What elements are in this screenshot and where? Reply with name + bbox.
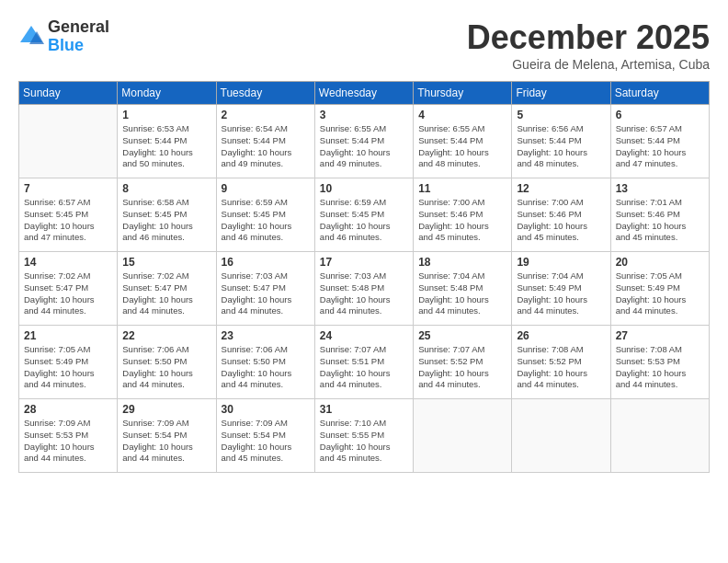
day-number: 25 — [418, 329, 506, 342]
day-number: 16 — [222, 256, 310, 269]
weekday-header: Monday — [118, 82, 216, 105]
calendar-day-cell — [414, 399, 512, 473]
day-info: Sunrise: 7:02 AMSunset: 5:47 PMDaylight:… — [122, 270, 210, 317]
day-number: 27 — [616, 329, 704, 342]
day-info: Sunrise: 6:59 AMSunset: 5:45 PMDaylight:… — [320, 197, 408, 244]
weekday-header: Saturday — [610, 82, 709, 105]
day-number: 2 — [222, 109, 310, 121]
day-number: 14 — [24, 256, 112, 269]
title-block: December 2025 Gueira de Melena, Artemisa… — [467, 18, 710, 72]
day-info: Sunrise: 7:01 AMSunset: 5:46 PMDaylight:… — [616, 197, 704, 244]
calendar-day-cell: 1Sunrise: 6:53 AMSunset: 5:44 PMDaylight… — [118, 105, 216, 178]
day-info: Sunrise: 7:09 AMSunset: 5:54 PMDaylight:… — [122, 418, 210, 465]
calendar-day-cell: 21Sunrise: 7:05 AMSunset: 5:49 PMDayligh… — [19, 326, 118, 399]
logo-icon — [18, 24, 44, 50]
calendar-day-cell: 3Sunrise: 6:55 AMSunset: 5:44 PMDaylight… — [314, 105, 413, 178]
calendar-week-row: 1Sunrise: 6:53 AMSunset: 5:44 PMDaylight… — [19, 105, 710, 178]
logo-text: General Blue — [48, 18, 109, 55]
calendar-day-cell: 24Sunrise: 7:07 AMSunset: 5:51 PMDayligh… — [314, 326, 413, 399]
calendar-day-cell — [512, 399, 610, 473]
calendar-week-row: 28Sunrise: 7:09 AMSunset: 5:53 PMDayligh… — [19, 399, 710, 473]
calendar-day-cell: 4Sunrise: 6:55 AMSunset: 5:44 PMDaylight… — [414, 105, 512, 178]
day-info: Sunrise: 6:59 AMSunset: 5:45 PMDaylight:… — [222, 197, 310, 244]
weekday-header: Friday — [512, 82, 610, 105]
location-text: Gueira de Melena, Artemisa, Cuba — [467, 57, 710, 72]
page-header: General Blue December 2025 Gueira de Mel… — [18, 18, 710, 72]
calendar-day-cell: 26Sunrise: 7:08 AMSunset: 5:52 PMDayligh… — [512, 326, 610, 399]
calendar-header-row: SundayMondayTuesdayWednesdayThursdayFrid… — [19, 82, 710, 105]
calendar-day-cell: 10Sunrise: 6:59 AMSunset: 5:45 PMDayligh… — [314, 178, 413, 252]
day-info: Sunrise: 7:04 AMSunset: 5:48 PMDaylight:… — [418, 270, 506, 317]
calendar-day-cell: 14Sunrise: 7:02 AMSunset: 5:47 PMDayligh… — [19, 252, 118, 326]
day-info: Sunrise: 7:03 AMSunset: 5:48 PMDaylight:… — [320, 270, 408, 317]
day-info: Sunrise: 6:55 AMSunset: 5:44 PMDaylight:… — [320, 123, 408, 170]
day-number: 12 — [517, 182, 605, 195]
day-number: 22 — [122, 329, 210, 342]
calendar-day-cell: 13Sunrise: 7:01 AMSunset: 5:46 PMDayligh… — [610, 178, 709, 252]
logo: General Blue — [18, 18, 109, 55]
calendar-day-cell: 2Sunrise: 6:54 AMSunset: 5:44 PMDaylight… — [216, 105, 314, 178]
calendar-day-cell: 9Sunrise: 6:59 AMSunset: 5:45 PMDaylight… — [216, 178, 314, 252]
day-info: Sunrise: 6:57 AMSunset: 5:44 PMDaylight:… — [616, 123, 704, 170]
calendar-day-cell: 23Sunrise: 7:06 AMSunset: 5:50 PMDayligh… — [216, 326, 314, 399]
day-number: 29 — [122, 403, 210, 416]
calendar-week-row: 14Sunrise: 7:02 AMSunset: 5:47 PMDayligh… — [19, 252, 710, 326]
day-info: Sunrise: 7:10 AMSunset: 5:55 PMDaylight:… — [320, 418, 408, 465]
calendar-day-cell: 5Sunrise: 6:56 AMSunset: 5:44 PMDaylight… — [512, 105, 610, 178]
logo-general-text: General — [48, 18, 109, 37]
day-number: 21 — [24, 329, 112, 342]
day-number: 6 — [616, 109, 704, 121]
day-number: 24 — [320, 329, 408, 342]
day-number: 8 — [122, 182, 210, 195]
month-title: December 2025 — [467, 18, 710, 57]
calendar-day-cell: 12Sunrise: 7:00 AMSunset: 5:46 PMDayligh… — [512, 178, 610, 252]
calendar-day-cell: 16Sunrise: 7:03 AMSunset: 5:47 PMDayligh… — [216, 252, 314, 326]
weekday-header: Sunday — [19, 82, 118, 105]
day-info: Sunrise: 7:06 AMSunset: 5:50 PMDaylight:… — [122, 344, 210, 391]
day-number: 20 — [616, 256, 704, 269]
calendar-day-cell — [610, 399, 709, 473]
day-info: Sunrise: 7:09 AMSunset: 5:53 PMDaylight:… — [24, 418, 112, 465]
day-number: 4 — [418, 109, 506, 121]
day-info: Sunrise: 6:58 AMSunset: 5:45 PMDaylight:… — [122, 197, 210, 244]
day-number: 10 — [320, 182, 408, 195]
day-info: Sunrise: 6:53 AMSunset: 5:44 PMDaylight:… — [122, 123, 210, 170]
calendar-day-cell: 22Sunrise: 7:06 AMSunset: 5:50 PMDayligh… — [118, 326, 216, 399]
day-info: Sunrise: 7:08 AMSunset: 5:52 PMDaylight:… — [517, 344, 605, 391]
day-info: Sunrise: 7:06 AMSunset: 5:50 PMDaylight:… — [222, 344, 310, 391]
day-info: Sunrise: 7:05 AMSunset: 5:49 PMDaylight:… — [24, 344, 112, 391]
day-number: 9 — [222, 182, 310, 195]
calendar-day-cell: 31Sunrise: 7:10 AMSunset: 5:55 PMDayligh… — [314, 399, 413, 473]
day-info: Sunrise: 7:00 AMSunset: 5:46 PMDaylight:… — [418, 197, 506, 244]
day-info: Sunrise: 6:55 AMSunset: 5:44 PMDaylight:… — [418, 123, 506, 170]
calendar-day-cell: 18Sunrise: 7:04 AMSunset: 5:48 PMDayligh… — [414, 252, 512, 326]
calendar-week-row: 21Sunrise: 7:05 AMSunset: 5:49 PMDayligh… — [19, 326, 710, 399]
calendar-day-cell: 29Sunrise: 7:09 AMSunset: 5:54 PMDayligh… — [118, 399, 216, 473]
day-number: 11 — [418, 182, 506, 195]
day-info: Sunrise: 7:07 AMSunset: 5:52 PMDaylight:… — [418, 344, 506, 391]
day-number: 28 — [24, 403, 112, 416]
day-number: 1 — [122, 109, 210, 121]
calendar-day-cell: 7Sunrise: 6:57 AMSunset: 5:45 PMDaylight… — [19, 178, 118, 252]
day-info: Sunrise: 6:56 AMSunset: 5:44 PMDaylight:… — [517, 123, 605, 170]
day-number: 31 — [320, 403, 408, 416]
day-info: Sunrise: 7:02 AMSunset: 5:47 PMDaylight:… — [24, 270, 112, 317]
calendar-day-cell: 17Sunrise: 7:03 AMSunset: 5:48 PMDayligh… — [314, 252, 413, 326]
day-number: 3 — [320, 109, 408, 121]
day-number: 26 — [517, 329, 605, 342]
day-number: 17 — [320, 256, 408, 269]
day-info: Sunrise: 7:05 AMSunset: 5:49 PMDaylight:… — [616, 270, 704, 317]
day-info: Sunrise: 7:07 AMSunset: 5:51 PMDaylight:… — [320, 344, 408, 391]
calendar-day-cell — [19, 105, 118, 178]
day-number: 23 — [222, 329, 310, 342]
day-number: 13 — [616, 182, 704, 195]
day-info: Sunrise: 6:57 AMSunset: 5:45 PMDaylight:… — [24, 197, 112, 244]
day-info: Sunrise: 7:09 AMSunset: 5:54 PMDaylight:… — [222, 418, 310, 465]
day-number: 30 — [222, 403, 310, 416]
logo-blue-text: Blue — [48, 37, 109, 55]
weekday-header: Wednesday — [314, 82, 413, 105]
calendar-day-cell: 15Sunrise: 7:02 AMSunset: 5:47 PMDayligh… — [118, 252, 216, 326]
weekday-header: Thursday — [414, 82, 512, 105]
day-number: 19 — [517, 256, 605, 269]
calendar-day-cell: 8Sunrise: 6:58 AMSunset: 5:45 PMDaylight… — [118, 178, 216, 252]
